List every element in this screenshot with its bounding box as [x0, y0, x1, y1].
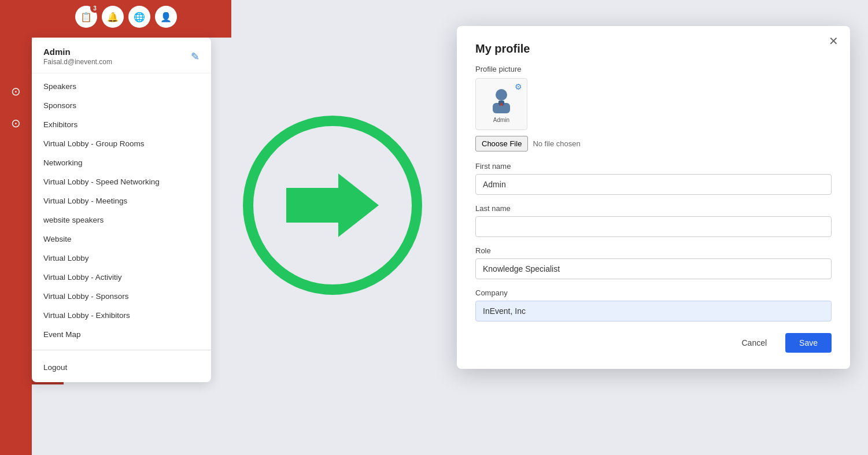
arrow-circle [243, 116, 422, 295]
my-profile-modal: ✕ My profile Profile picture ⚙ Admin Cho… [457, 26, 850, 369]
menu-item[interactable]: website speakers [32, 210, 211, 230]
menu-item[interactable]: Virtual Lobby - Exhibitors [32, 306, 211, 325]
last-name-group: Last name [475, 204, 832, 237]
company-group: Company [475, 288, 832, 321]
gear-icon: ⚙ [515, 82, 522, 91]
nav-arrow-up[interactable]: ⊙ [0, 75, 32, 107]
save-button[interactable]: Save [785, 333, 832, 353]
logout-item[interactable]: Logout [32, 356, 211, 379]
user-email: Faisal.d@inevent.com [43, 58, 112, 66]
cancel-button[interactable]: Cancel [730, 333, 778, 353]
menu-item[interactable]: Virtual Lobby - Group Rooms [32, 134, 211, 153]
admin-label: Admin [493, 117, 509, 123]
nav-arrow-down[interactable]: ⊙ [0, 107, 32, 139]
menu-item[interactable]: Virtual Lobby [32, 249, 211, 268]
user-info: Admin Faisal.d@inevent.com [43, 47, 112, 66]
modal-title: My profile [475, 42, 832, 56]
menu-item[interactable]: Website [32, 230, 211, 249]
dropdown-menu: Admin Faisal.d@inevent.com ✎ SpeakersSpo… [32, 38, 211, 382]
first-name-group: First name [475, 162, 832, 195]
edit-profile-icon[interactable]: ✎ [191, 50, 200, 63]
menu-item[interactable]: Exhibitors [32, 115, 211, 134]
badge-count: 3 [90, 3, 99, 13]
modal-close-button[interactable]: ✕ [829, 35, 839, 47]
menu-item[interactable]: Virtual Lobby - Meetings [32, 191, 211, 210]
menu-divider [32, 350, 211, 350]
first-name-input[interactable] [475, 174, 832, 195]
modal-footer: Cancel Save [475, 333, 832, 353]
role-group: Role [475, 246, 832, 279]
last-name-input[interactable] [475, 216, 832, 237]
menu-item[interactable]: Virtual Lobby - Activitiy [32, 268, 211, 287]
profile-picture-container: ⚙ Admin [475, 78, 527, 130]
no-file-text: No file chosen [533, 139, 580, 148]
side-panel: ⊙ ⊙ [0, 0, 32, 455]
bell-button[interactable]: 🔔 [102, 6, 124, 28]
menu-item[interactable]: Sponsors [32, 96, 211, 115]
globe-button[interactable]: 🌐 [128, 6, 150, 28]
logout-container: Logout [32, 353, 211, 382]
menu-item[interactable]: Speakers [32, 77, 211, 96]
svg-marker-0 [286, 173, 379, 237]
menu-item[interactable]: Virtual Lobby - Speed Networking [32, 172, 211, 191]
top-icons-area: 3 📋 🔔 🌐 👤 [75, 6, 177, 28]
file-input-row: Choose File No file chosen [475, 136, 832, 151]
dropdown-header: Admin Faisal.d@inevent.com ✎ [32, 38, 211, 73]
last-name-label: Last name [475, 204, 832, 213]
company-label: Company [475, 288, 832, 297]
arrow-right-svg [286, 168, 379, 243]
user-name: Admin [43, 47, 112, 57]
role-label: Role [475, 246, 832, 255]
choose-file-button[interactable]: Choose File [475, 136, 528, 151]
menu-list: SpeakersSponsorsExhibitorsVirtual Lobby … [32, 73, 211, 347]
notifications-button[interactable]: 3 📋 [75, 6, 97, 28]
first-name-label: First name [475, 162, 832, 171]
menu-item[interactable]: Networking [32, 153, 211, 172]
svg-point-1 [496, 89, 507, 101]
menu-item[interactable]: Virtual Lobby - Sponsors [32, 287, 211, 306]
admin-avatar-svg [487, 86, 516, 114]
role-input[interactable] [475, 258, 832, 279]
profile-picture-label: Profile picture [475, 65, 832, 73]
profile-button[interactable]: 👤 [155, 6, 177, 28]
menu-item[interactable]: Event Map [32, 325, 211, 344]
company-input[interactable] [475, 301, 832, 321]
